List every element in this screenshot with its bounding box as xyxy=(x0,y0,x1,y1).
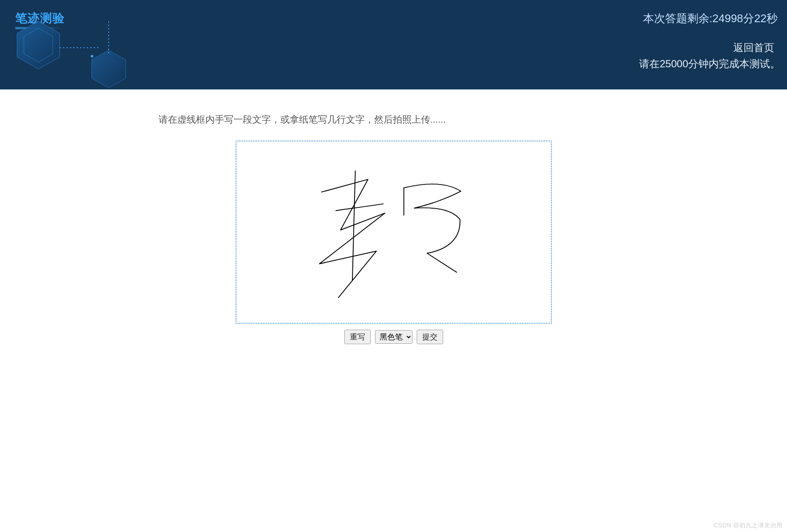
submit-button[interactable]: 提交 xyxy=(417,330,443,344)
canvas-controls: 重写 黑色笔 提交 xyxy=(344,330,443,344)
handwriting-canvas[interactable] xyxy=(236,141,552,324)
canvas-container: 重写 黑色笔 提交 xyxy=(155,141,632,344)
instruction-text: 请在虚线框内手写一段文字，或拿纸笔写几行文字，然后拍照上传...... xyxy=(159,113,632,126)
svg-marker-1 xyxy=(24,28,53,62)
page-title: 笔迹测验 xyxy=(15,10,65,26)
home-link[interactable]: 返回首页 xyxy=(733,41,774,55)
page-header: 笔迹测验 本次答题剩余:24998分22秒 返回首页 请在25000分钟内完成本… xyxy=(0,0,787,89)
main-content: 请在虚线框内手写一段文字，或拿纸笔写几行文字，然后拍照上传...... 重写 黑… xyxy=(138,89,649,361)
watermark-text: CSDN @初九之潜龙勿用 xyxy=(714,522,783,529)
deadline-note: 请在25000分钟内完成本测试。 xyxy=(639,57,780,71)
pen-color-select[interactable]: 黑色笔 xyxy=(375,330,412,344)
svg-point-5 xyxy=(91,55,93,58)
svg-marker-2 xyxy=(92,50,126,88)
rewrite-button[interactable]: 重写 xyxy=(344,330,371,344)
countdown-timer: 本次答题剩余:24998分22秒 xyxy=(643,11,778,26)
